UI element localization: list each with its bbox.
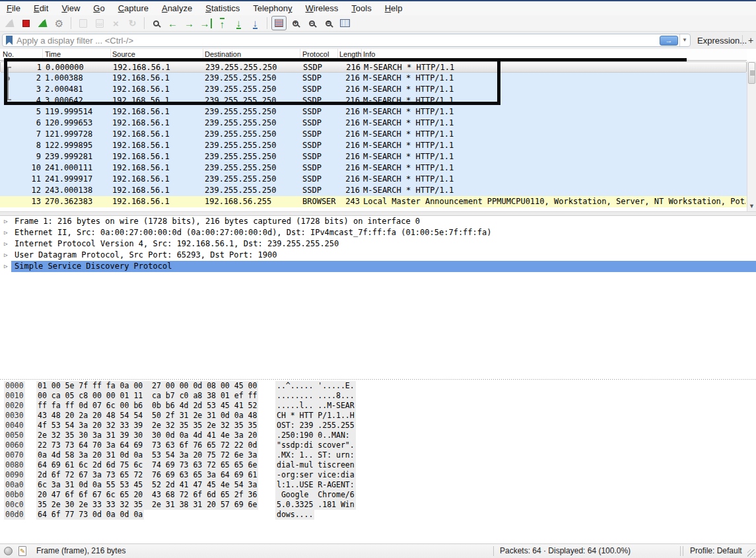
hex-ascii[interactable]: dial-mul tiscreen	[275, 460, 356, 470]
open-file-button[interactable]	[75, 16, 90, 30]
hex-ascii[interactable]: CH * HTT P/1.1..H	[275, 411, 356, 421]
go-forward-button[interactable]: →	[182, 16, 197, 30]
hex-bytes[interactable]: 4f 53 54 3a 20 32 33 39 2e 32 35 35 2e 3…	[36, 421, 258, 431]
menu-item-wireless[interactable]: Wireless	[299, 1, 345, 15]
menu-item-telephony[interactable]: Telephony	[246, 1, 298, 15]
close-file-button[interactable]: ×	[108, 16, 123, 30]
colorize-button[interactable]	[271, 16, 287, 30]
find-packet-button[interactable]	[149, 16, 164, 30]
packet-list-scrollbar[interactable]: ▼	[747, 61, 756, 211]
detail-line[interactable]: ▷Internet Protocol Version 4, Src: 192.1…	[0, 238, 756, 250]
hex-bytes[interactable]: 64 69 61 6c 2d 6d 75 6c 74 69 73 63 72 6…	[36, 460, 258, 470]
hex-ascii[interactable]: -org:ser vice:dia	[275, 470, 356, 480]
hex-ascii[interactable]: "ssdp:di scover".	[275, 440, 356, 450]
hex-bytes[interactable]: 0a 4d 58 3a 20 31 0d 0a 53 54 3a 20 75 7…	[36, 450, 258, 460]
hex-ascii[interactable]: dows....	[275, 510, 314, 520]
expert-info-icon[interactable]	[4, 547, 13, 555]
hex-ascii[interactable]: OST: 239 .255.255	[275, 421, 356, 431]
menu-item-tools[interactable]: Tools	[345, 1, 378, 15]
hex-row[interactable]: 000001 00 5e 7f ff fa 0a 00 27 00 00 0d …	[0, 381, 756, 391]
detail-line[interactable]: ▷Simple Service Discovery Protocol	[0, 261, 756, 272]
expand-arrow-icon[interactable]: ▷	[4, 227, 7, 238]
hex-row[interactable]: 00d064 6f 77 73 0d 0a 0d 0adows....	[0, 510, 756, 520]
hex-row[interactable]: 001000 ca 05 c8 00 00 01 11 ca b7 c0 a8 …	[0, 391, 756, 401]
resize-columns-button[interactable]	[337, 16, 353, 30]
detail-line[interactable]: ▷User Datagram Protocol, Src Port: 65293…	[0, 250, 756, 261]
hex-row[interactable]: 00902d 6f 72 67 3a 73 65 72 76 69 63 65 …	[0, 470, 756, 480]
packet-row-13[interactable]: 13270.362383192.168.56.1192.168.56.255BR…	[0, 196, 747, 207]
resize-grip[interactable]	[747, 549, 755, 557]
pane-splitter-dotted[interactable]	[0, 378, 756, 380]
add-filter-button[interactable]: +	[747, 35, 755, 46]
expand-arrow-icon[interactable]: ▷	[4, 238, 7, 250]
hex-bytes[interactable]: 6c 3a 31 0d 0a 55 53 45 52 2d 41 47 45 4…	[36, 480, 258, 490]
hex-bytes[interactable]: 00 ca 05 c8 00 00 01 11 ca b7 c0 a8 38 0…	[36, 391, 258, 401]
hex-ascii[interactable]: .....l.. ..M-SEAR	[275, 401, 356, 411]
hex-row[interactable]: 00502e 32 35 30 3a 31 39 30 30 0d 0a 4d …	[0, 431, 756, 440]
expression-button[interactable]: Expression...	[697, 36, 747, 46]
menu-item-help[interactable]: Help	[378, 1, 409, 15]
detail-line[interactable]: ▷Ethernet II, Src: 0a:00:27:00:00:0d (0a…	[0, 227, 756, 238]
menu-item-statistics[interactable]: Statistics	[199, 1, 246, 15]
hex-bytes[interactable]: 22 73 73 64 70 3a 64 69 73 63 6f 76 65 7…	[36, 440, 258, 450]
expand-arrow-icon[interactable]: ▷	[4, 216, 7, 227]
packet-row-5[interactable]: 5119.999514192.168.56.1239.255.255.250SS…	[0, 106, 747, 118]
reload-file-button[interactable]: ↻	[125, 16, 140, 30]
save-file-button[interactable]	[92, 16, 107, 30]
hex-ascii[interactable]: Google Chrome/6	[275, 490, 356, 500]
hex-row[interactable]: 008064 69 61 6c 2d 6d 75 6c 74 69 73 63 …	[0, 460, 756, 470]
menu-item-edit[interactable]: Edit	[27, 1, 55, 15]
detail-line[interactable]: ▷Frame 1: 216 bytes on wire (1728 bits),…	[0, 216, 756, 227]
capture-options-button[interactable]: ⚙	[52, 16, 67, 30]
hex-ascii[interactable]: 5.0.3325 .181 Win	[275, 500, 356, 510]
scrollbar-thumb[interactable]	[748, 62, 755, 84]
hex-row[interactable]: 00700a 4d 58 3a 20 31 0d 0a 53 54 3a 20 …	[0, 450, 756, 460]
stop-capture-button[interactable]	[18, 16, 34, 30]
auto-scroll-button[interactable]: ↓	[248, 16, 263, 30]
packet-row-9[interactable]: 9239.999281192.168.56.1239.255.255.250SS…	[0, 151, 747, 162]
apply-filter-button[interactable]: →	[660, 36, 678, 46]
hex-ascii[interactable]: .MX: 1.. ST: urn:	[275, 450, 356, 460]
packet-row-7[interactable]: 7121.999728192.168.56.1239.255.255.250SS…	[0, 129, 747, 140]
expand-arrow-icon[interactable]: ▷	[4, 250, 7, 261]
display-filter-input[interactable]	[13, 36, 660, 46]
hex-bytes[interactable]: ff fa ff 0d 07 6c 00 b6 0b b6 4d 2d 53 4…	[36, 401, 258, 411]
hex-row[interactable]: 006022 73 73 64 70 3a 64 69 73 63 6f 76 …	[0, 440, 756, 450]
menu-item-analyze[interactable]: Analyze	[155, 1, 199, 15]
restart-capture-button[interactable]	[35, 16, 50, 30]
hex-row[interactable]: 00a06c 3a 31 0d 0a 55 53 45 52 2d 41 47 …	[0, 480, 756, 490]
pane-splitter[interactable]	[0, 211, 756, 216]
hex-bytes[interactable]: 64 6f 77 73 0d 0a 0d 0a	[36, 510, 144, 520]
hex-row[interactable]: 003043 48 20 2a 20 48 54 54 50 2f 31 2e …	[0, 411, 756, 421]
capture-comment-icon[interactable]	[18, 546, 26, 556]
menu-item-file[interactable]: File	[0, 1, 27, 15]
menu-item-go[interactable]: Go	[86, 1, 111, 15]
go-to-packet-button[interactable]: →	[198, 16, 213, 30]
packet-row-10[interactable]: 10241.000111192.168.56.1239.255.255.250S…	[0, 162, 747, 174]
go-to-bottom-button[interactable]: ↓	[231, 16, 246, 30]
go-to-top-button[interactable]: ↑	[215, 16, 230, 30]
packet-row-12[interactable]: 12243.000138192.168.56.1239.255.255.250S…	[0, 185, 747, 196]
expand-arrow-icon[interactable]: ▷	[4, 261, 7, 272]
hex-bytes[interactable]: 35 2e 30 2e 33 33 32 35 2e 31 38 31 20 5…	[36, 500, 258, 510]
hex-ascii[interactable]: l:1..USE R-AGENT:	[275, 480, 356, 490]
menu-item-view[interactable]: View	[55, 1, 86, 15]
start-capture-button[interactable]	[2, 16, 17, 30]
hex-bytes[interactable]: 43 48 20 2a 20 48 54 54 50 2f 31 2e 31 0…	[36, 411, 258, 421]
filter-bookmark-icon[interactable]	[6, 36, 13, 45]
hex-bytes[interactable]: 2e 32 35 30 3a 31 39 30 30 0d 0a 4d 41 4…	[36, 431, 258, 440]
zoom-original-button[interactable]: =	[321, 16, 336, 30]
hex-ascii[interactable]: .250:190 0..MAN:	[275, 431, 356, 440]
menu-item-capture[interactable]: Capture	[112, 1, 155, 15]
hex-bytes[interactable]: 20 47 6f 6f 67 6c 65 20 43 68 72 6f 6d 6…	[36, 490, 258, 500]
zoom-in-button[interactable]: +	[288, 16, 303, 30]
zoom-out-button[interactable]: −	[304, 16, 320, 30]
status-profile[interactable]: Profile: Default	[690, 546, 742, 555]
hex-ascii[interactable]: ........ ....8...	[275, 391, 356, 401]
go-back-button[interactable]: ←	[165, 16, 180, 30]
scrollbar-down-arrow-icon[interactable]: ▼	[747, 203, 756, 209]
display-filter-field[interactable]: → ▼	[2, 34, 691, 47]
filter-dropdown-caret-icon[interactable]: ▼	[679, 34, 689, 46]
packet-row-8[interactable]: 8122.999895192.168.56.1239.255.255.250SS…	[0, 140, 747, 151]
hex-bytes[interactable]: 2d 6f 72 67 3a 73 65 72 76 69 63 65 3a 6…	[36, 470, 258, 480]
